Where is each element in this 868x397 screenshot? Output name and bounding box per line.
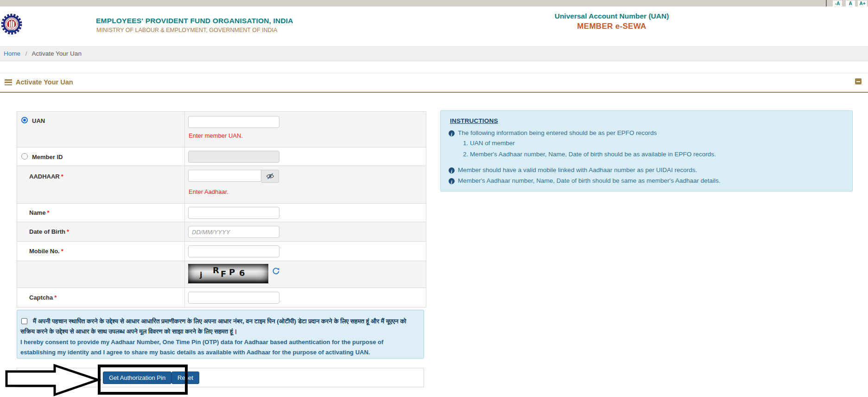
form-row-name: Name* [17, 204, 426, 222]
aadhaar-error-text: Enter Aadhaar. [189, 188, 228, 195]
accessibility-bar: -A A A+ [0, 0, 868, 6]
minus-collapse-icon[interactable] [855, 78, 862, 84]
consent-checkbox[interactable] [21, 318, 27, 324]
member-id-label: Member ID [32, 154, 63, 160]
member-id-label-cell: Member ID [17, 147, 185, 166]
captcha-image-empty-cell [17, 261, 185, 288]
uan-error-text: Enter member UAN. [189, 132, 243, 139]
member-id-radio[interactable] [21, 153, 28, 160]
captcha-image: j R F P 6 [188, 264, 268, 283]
info-icon [449, 130, 455, 136]
form-row-mobile: Mobile No.* [17, 242, 426, 261]
info-icon [449, 178, 455, 184]
breadcrumb-current: Activate Your Uan [32, 50, 82, 57]
divider [826, 0, 827, 6]
captcha-image-cell: j R F P 6 [185, 261, 426, 288]
required-mark: * [67, 228, 69, 235]
breadcrumb: Home / Activate Your Uan [0, 46, 868, 61]
uan-input-cell: Enter member UAN. [185, 112, 426, 147]
mobile-input[interactable] [188, 245, 279, 257]
instructions-title: INSTRUCTIONS [450, 117, 498, 124]
reset-button[interactable]: Reset [171, 371, 199, 384]
captcha-char: 6 [239, 268, 245, 278]
dob-input[interactable] [188, 226, 279, 238]
form-row-dob: Date of Birth* [17, 222, 426, 242]
required-mark: * [61, 173, 63, 180]
aadhaar-label: AADHAAR* [29, 173, 63, 180]
form-footer: Get Authorization Pin Reset [17, 368, 424, 387]
form-row-aadhaar: AADHAAR* Enter Aadhaar. [17, 166, 426, 204]
aadhaar-input[interactable] [188, 170, 261, 182]
form-row-captcha: Captcha* [17, 288, 426, 307]
uan-label: UAN [32, 117, 45, 124]
get-authorization-pin-button[interactable]: Get Authorization Pin [103, 371, 171, 384]
uan-activation-page: -A A A+ EMPLOYEES' PROVIDENT FUND ORGANI… [0, 0, 868, 397]
instruction-subitem: 2. Member's Aadhaar number, Name, Date o… [463, 151, 716, 158]
required-mark: * [47, 209, 49, 216]
activation-form: UAN Enter member UAN. Member ID AADHAAR* [17, 111, 426, 307]
portal-titles: Universal Account Number (UAN) MEMBER e-… [528, 12, 695, 31]
font-normal-button[interactable]: A [846, 0, 855, 6]
instruction-subitem: 1. UAN of member [463, 140, 515, 147]
org-subtitle: MINISTRY OF LABOUR & EMPLOYMENT, GOVERNM… [96, 27, 277, 33]
mobile-label-cell: Mobile No.* [17, 242, 185, 261]
breadcrumb-home-link[interactable]: Home [4, 50, 20, 57]
instructions-panel: INSTRUCTIONS The following information b… [440, 110, 853, 192]
form-row-member-id: Member ID [17, 147, 426, 166]
name-input-cell [185, 204, 426, 222]
captcha-label-cell: Captcha* [17, 288, 185, 307]
captcha-label: Captcha* [29, 294, 57, 301]
consent-text-english: I hereby consent to provide my Aadhaar N… [20, 337, 417, 358]
captcha-char: F [221, 269, 226, 279]
mobile-label: Mobile No.* [29, 248, 63, 255]
dob-label-cell: Date of Birth* [17, 222, 185, 241]
info-icon [449, 167, 455, 173]
member-id-input-cell [185, 147, 426, 166]
consent-text-hindi: मैं अपनी पहचान स्थापित करने के उद्देश्य … [20, 318, 406, 335]
name-label: Name* [29, 209, 49, 216]
instruction-item: Member should have a valid mobile linked… [449, 166, 697, 173]
portal-subtitle: MEMBER e-SEWA [528, 22, 695, 31]
consent-box: मैं अपनी पहचान स्थापित करने के उद्देश्य … [17, 310, 424, 359]
mobile-input-cell [185, 242, 426, 261]
uan-label-cell: UAN [17, 112, 185, 147]
captcha-input-cell [185, 288, 426, 307]
instruction-item: The following information being entered … [449, 129, 657, 136]
aadhaar-label-cell: AADHAAR* [17, 166, 185, 203]
page-title: Activate Your Uan [16, 78, 73, 86]
eye-slash-icon[interactable] [261, 170, 279, 183]
aadhaar-input-cell: Enter Aadhaar. [185, 166, 426, 203]
required-mark: * [61, 248, 63, 255]
page-header: EMPLOYEES' PROVIDENT FUND ORGANISATION, … [0, 6, 868, 46]
required-mark: * [54, 294, 57, 301]
name-label-cell: Name* [17, 204, 185, 222]
font-decrease-button[interactable]: -A [833, 0, 842, 6]
font-increase-button[interactable]: A+ [858, 0, 867, 6]
captcha-char: P [229, 267, 235, 277]
refresh-icon[interactable] [272, 267, 280, 275]
hamburger-icon[interactable] [5, 79, 12, 86]
dob-label: Date of Birth* [29, 228, 69, 235]
org-title: EMPLOYEES' PROVIDENT FUND ORGANISATION, … [96, 17, 293, 25]
captcha-input[interactable] [188, 292, 279, 304]
form-row-uan: UAN Enter member UAN. [17, 112, 426, 147]
dob-input-cell [185, 222, 426, 241]
epfo-logo [1, 11, 22, 39]
instruction-item: Member's Aadhaar number, Name, Date of b… [449, 177, 720, 184]
member-id-input[interactable] [188, 151, 279, 163]
breadcrumb-separator: / [25, 50, 27, 57]
captcha-char: j [200, 270, 202, 279]
captcha-char: R [213, 265, 219, 275]
uan-input[interactable] [188, 116, 279, 128]
uan-radio[interactable] [21, 117, 28, 123]
name-input[interactable] [188, 207, 279, 219]
form-row-captcha-image: j R F P 6 [17, 261, 426, 288]
panel-header: Activate Your Uan [0, 73, 868, 93]
portal-title: Universal Account Number (UAN) [528, 12, 695, 20]
